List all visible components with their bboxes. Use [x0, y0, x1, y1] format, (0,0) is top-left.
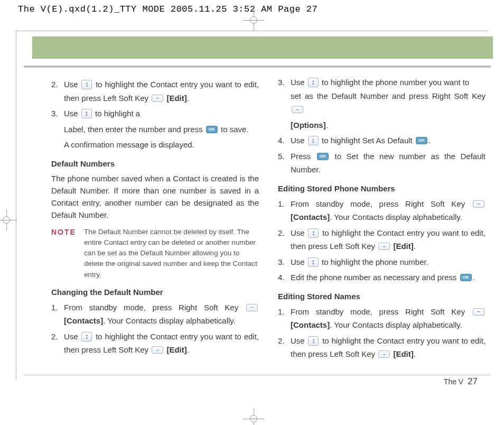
list-num: 4. [278, 271, 291, 284]
paragraph: The phone number saved when a Contact is… [51, 172, 259, 221]
list-num: 3. [278, 76, 291, 89]
list-edit-phone: 1. From standby mode, press Right Soft K… [278, 197, 486, 284]
registration-mark-bottom [243, 408, 264, 425]
divider-top [24, 66, 491, 68]
banner [32, 36, 493, 59]
soft-key-icon [473, 200, 484, 208]
list-text: Use to highlight the phone number you wa… [291, 76, 486, 89]
soft-key-icon [378, 243, 390, 250]
nav-key-icon [81, 332, 92, 341]
nav-key-icon [308, 136, 319, 145]
list-text: Edit the phone number as necessary and p… [291, 271, 486, 284]
body-content: 2. Use to highlight the Contact entry yo… [51, 76, 486, 372]
soft-key-icon [246, 304, 258, 311]
continued-text: [Options]. [291, 118, 486, 132]
nav-key-icon [81, 80, 92, 89]
note-block: NOTE The Default Number cannot be delete… [51, 227, 259, 280]
list-text: Use to highlight the Contact entry you w… [64, 330, 259, 357]
list-num: 3. [51, 107, 64, 121]
continued-text: set as the Default Number and press Righ… [291, 89, 486, 116]
registration-mark-top [243, 10, 264, 31]
page-footer: The V 27 [444, 376, 478, 387]
list-text: Use to highlight the phone number. [291, 255, 486, 269]
list-text: From standby mode, press Right Soft Key … [64, 301, 259, 328]
list-text: Use to highlight the Contact entry you w… [291, 226, 486, 253]
list-text: From standby mode, press Right Soft Key … [291, 305, 486, 332]
soft-key-icon [152, 95, 163, 102]
list-num: 2. [51, 330, 64, 357]
list-num: 1. [278, 305, 291, 332]
soft-key-icon [378, 350, 390, 358]
list-num: 4. [278, 134, 291, 147]
list-num: 5. [278, 150, 291, 177]
nav-key-icon [308, 336, 319, 346]
heading-default-numbers: Default Numbers [51, 159, 259, 168]
nav-key-icon [308, 228, 319, 238]
list-num: 2. [278, 334, 291, 361]
heading-edit-names: Editing Stored Names [278, 292, 486, 301]
list-text: Use to highlight a [64, 107, 259, 121]
page-frame: 2. Use to highlight the Contact entry yo… [16, 31, 488, 381]
list-text: Use to highlight the Contact entry you w… [64, 78, 259, 105]
list-text: Use to highlight Set As Default OK. [291, 134, 486, 147]
heading-changing-default: Changing the Default Number [51, 288, 259, 297]
ok-key-icon: OK [460, 274, 472, 281]
note-text: The Default Number cannot be deleted by … [84, 227, 259, 280]
ok-key-icon: OK [416, 137, 427, 144]
list-changing-default-cont: 4. Use to highlight Set As Default OK. 5… [278, 134, 486, 177]
soft-key-icon [473, 308, 484, 316]
list-subtext: Label, then enter the number and press O… [64, 123, 259, 136]
list-subtext: A confirmation message is displayed. [64, 138, 259, 152]
product-name: The V [444, 377, 463, 386]
soft-key-icon [152, 346, 163, 354]
heading-edit-phone: Editing Stored Phone Numbers [278, 184, 486, 193]
list-num: 3. [278, 255, 291, 269]
divider-bottom [24, 375, 491, 375]
soft-key-icon [292, 106, 303, 113]
list-text: From standby mode, press Right Soft Key … [291, 197, 486, 224]
list-continued: 2. Use to highlight the Contact entry yo… [51, 78, 259, 121]
ok-key-icon: OK [317, 153, 329, 160]
ok-key-icon: OK [206, 126, 218, 133]
list-text: Use to highlight the Contact entry you w… [291, 334, 486, 361]
nav-key-icon [81, 109, 92, 118]
list-num: 1. [278, 197, 291, 224]
list-text: Press OK to Set the new number as the De… [291, 150, 486, 177]
page-number: 27 [468, 376, 478, 386]
list-num: 2. [51, 78, 64, 105]
nav-key-icon [308, 257, 319, 267]
note-label: NOTE [51, 227, 84, 236]
nav-key-icon [308, 78, 319, 87]
list-num: 1. [51, 301, 64, 328]
print-header: The V(E).qxd(1.2)_TTY MODE 2005.11.25 3:… [18, 4, 318, 14]
registration-mark-left [0, 209, 17, 230]
list-num: 2. [278, 226, 291, 253]
